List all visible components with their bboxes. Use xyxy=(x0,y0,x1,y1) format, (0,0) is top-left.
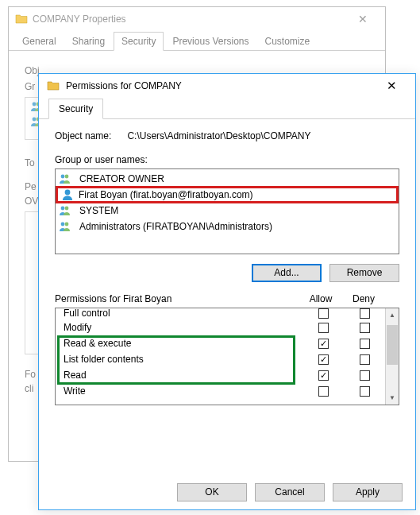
close-icon[interactable]: ✕ xyxy=(347,13,379,25)
allow-checkbox[interactable]: ✓ xyxy=(318,339,329,349)
permissions-listbox: Full control Modify Read & execute ✓ Lis… xyxy=(55,308,399,405)
tab-customize[interactable]: Customize xyxy=(257,33,317,50)
user-icon xyxy=(61,188,74,201)
object-name-label: Object name: xyxy=(55,130,111,141)
remove-button[interactable]: Remove xyxy=(329,264,399,282)
dialog-footer-buttons: OK Cancel Apply xyxy=(177,483,403,501)
front-titlebar: Permissions for COMPANY ✕ xyxy=(39,74,415,98)
deny-checkbox[interactable] xyxy=(360,339,370,349)
perm-row-full-control: Full control xyxy=(56,308,385,319)
front-body: Object name: C:\Users\Administrator\Desk… xyxy=(39,119,415,413)
group-icon xyxy=(59,205,71,216)
allow-checkbox[interactable] xyxy=(318,308,329,319)
scroll-track[interactable] xyxy=(386,322,399,391)
tab-sharing[interactable]: Sharing xyxy=(65,33,112,50)
tab-security[interactable]: Security xyxy=(114,32,164,51)
tab-security[interactable]: Security xyxy=(48,99,103,119)
deny-checkbox[interactable] xyxy=(360,354,370,365)
group-user-label: Group or user names: xyxy=(55,154,399,165)
deny-checkbox[interactable] xyxy=(360,386,370,397)
list-item-label: CREATOR OWNER xyxy=(79,173,164,184)
scroll-up-icon[interactable]: ▲ xyxy=(386,308,399,322)
svg-point-7 xyxy=(61,207,65,211)
list-item-label: Administrators (FIRATBOYAN\Administrator… xyxy=(79,221,272,232)
tab-previous-versions[interactable]: Previous Versions xyxy=(165,33,256,50)
group-icon xyxy=(59,221,71,232)
group-user-buttons: Add... Remove xyxy=(55,264,399,282)
list-item-label: Firat Boyan (firat.boyan@firatboyan.com) xyxy=(79,189,253,200)
permissions-header: Permissions for Firat Boyan Allow Deny xyxy=(55,293,399,304)
deny-checkbox[interactable] xyxy=(360,308,370,319)
group-icon xyxy=(59,173,71,184)
scroll-down-icon[interactable]: ▼ xyxy=(386,391,399,405)
deny-checkbox[interactable] xyxy=(360,370,370,381)
close-icon[interactable]: ✕ xyxy=(376,79,407,93)
permissions-window: Permissions for COMPANY ✕ Security Objec… xyxy=(38,73,416,510)
perm-row-write: Write xyxy=(56,383,385,399)
perm-row-list-folder: List folder contents ✓ xyxy=(56,351,385,367)
list-item-label: SYSTEM xyxy=(79,205,118,216)
allow-checkbox[interactable]: ✓ xyxy=(318,354,329,365)
permissions-list: Full control Modify Read & execute ✓ Lis… xyxy=(56,308,385,405)
scrollbar[interactable]: ▲ ▼ xyxy=(385,308,399,405)
back-window-title: COMPANY Properties xyxy=(33,14,126,25)
deny-checkbox[interactable] xyxy=(360,323,370,333)
svg-point-6 xyxy=(65,190,71,196)
apply-button[interactable]: Apply xyxy=(333,483,403,501)
permissions-title: Permissions for Firat Boyan xyxy=(55,293,299,304)
group-user-listbox[interactable]: CREATOR OWNER Firat Boyan (firat.boyan@f… xyxy=(55,168,399,254)
object-name-value: C:\Users\Administrator\Desktop\COMPANY xyxy=(127,130,310,141)
cancel-button[interactable]: Cancel xyxy=(255,483,325,501)
list-item[interactable]: SYSTEM xyxy=(56,203,399,219)
allow-checkbox[interactable] xyxy=(318,323,329,333)
perm-row-read: Read ✓ xyxy=(56,367,385,383)
back-tabs: General Sharing Security Previous Versio… xyxy=(9,31,385,51)
perm-row-read-execute: Read & execute ✓ xyxy=(56,335,385,351)
list-item[interactable]: Administrators (FIRATBOYAN\Administrator… xyxy=(56,219,399,234)
svg-point-0 xyxy=(33,103,37,106)
add-button[interactable]: Add... xyxy=(252,264,322,282)
list-item-selected[interactable]: Firat Boyan (firat.boyan@firatboyan.com) xyxy=(56,186,399,203)
front-window-title: Permissions for COMPANY xyxy=(66,80,182,91)
svg-point-5 xyxy=(65,175,69,179)
folder-icon xyxy=(47,79,60,92)
front-tabs: Security xyxy=(39,98,415,119)
perm-row-modify: Modify xyxy=(56,319,385,335)
ok-button[interactable]: OK xyxy=(177,483,247,501)
object-name-row: Object name: C:\Users\Administrator\Desk… xyxy=(55,130,399,141)
svg-point-10 xyxy=(65,223,69,227)
folder-icon xyxy=(15,13,28,25)
back-titlebar: COMPANY Properties ✕ xyxy=(9,7,385,31)
allow-checkbox[interactable]: ✓ xyxy=(318,370,329,381)
tab-general[interactable]: General xyxy=(15,33,64,50)
svg-point-8 xyxy=(65,207,69,211)
deny-header: Deny xyxy=(342,293,385,304)
svg-point-4 xyxy=(61,175,65,179)
allow-checkbox[interactable] xyxy=(318,386,329,397)
scroll-thumb[interactable] xyxy=(387,325,398,365)
svg-point-9 xyxy=(61,223,65,227)
list-item[interactable]: CREATOR OWNER xyxy=(56,171,399,187)
svg-point-2 xyxy=(33,118,37,122)
allow-header: Allow xyxy=(299,293,342,304)
